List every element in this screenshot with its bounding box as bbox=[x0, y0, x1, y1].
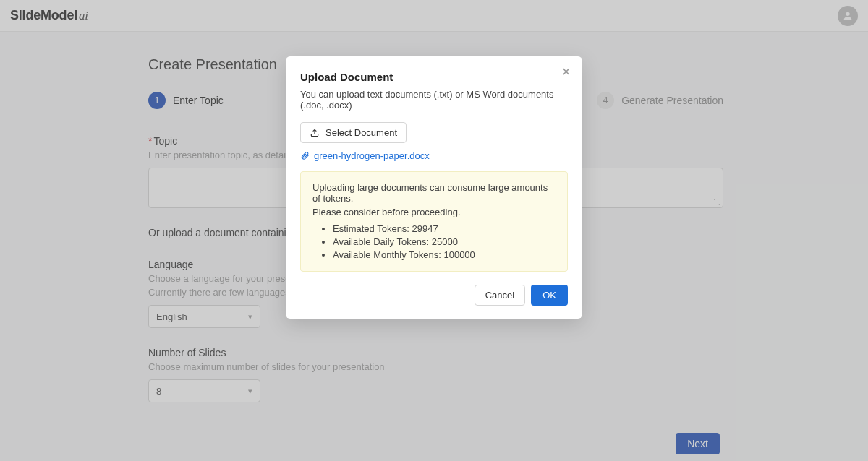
modal-desc: You can upload text documents (.txt) or … bbox=[300, 89, 568, 111]
paperclip-icon bbox=[300, 151, 310, 160]
close-icon: ✕ bbox=[561, 66, 571, 78]
modal-title: Upload Document bbox=[300, 71, 568, 83]
upload-document-modal: ✕ Upload Document You can upload text do… bbox=[286, 56, 582, 319]
ok-button[interactable]: OK bbox=[531, 285, 568, 306]
token-warning-box: Uploading large documents can consume la… bbox=[300, 171, 568, 272]
token-list: Estimated Tokens: 29947 Available Daily … bbox=[312, 223, 556, 260]
select-document-button[interactable]: Select Document bbox=[300, 122, 407, 143]
uploaded-file: green-hydrogen-paper.docx bbox=[300, 150, 568, 161]
available-monthly-tokens: Available Monthly Tokens: 100000 bbox=[333, 249, 556, 260]
warn-line-2: Please consider before proceeding. bbox=[312, 207, 556, 217]
cancel-button[interactable]: Cancel bbox=[475, 285, 525, 306]
modal-actions: Cancel OK bbox=[300, 285, 568, 306]
estimated-tokens: Estimated Tokens: 29947 bbox=[333, 223, 556, 234]
available-daily-tokens: Available Daily Tokens: 25000 bbox=[333, 236, 556, 247]
select-document-label: Select Document bbox=[326, 127, 397, 138]
uploaded-file-link[interactable]: green-hydrogen-paper.docx bbox=[314, 150, 430, 161]
close-button[interactable]: ✕ bbox=[561, 66, 571, 78]
warn-line-1: Uploading large documents can consume la… bbox=[312, 182, 556, 204]
upload-icon bbox=[310, 128, 320, 138]
